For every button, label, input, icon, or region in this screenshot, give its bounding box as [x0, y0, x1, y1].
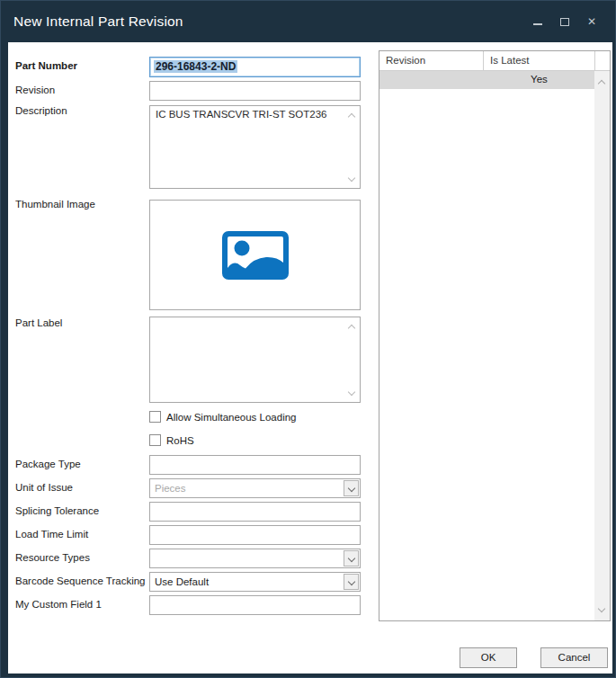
- dropdown-button[interactable]: [344, 550, 359, 566]
- load-time-limit-input[interactable]: [149, 525, 361, 545]
- splicing-tolerance-label: Splicing Tolerance: [15, 505, 99, 516]
- unit-of-issue-label: Unit of Issue: [15, 482, 73, 493]
- cell-revision: [379, 71, 484, 89]
- scroll-down-icon[interactable]: [348, 389, 355, 397]
- dropdown-button[interactable]: [344, 574, 359, 590]
- minimize-icon: [533, 23, 542, 25]
- scroll-up-icon[interactable]: [598, 78, 605, 85]
- dropdown-button[interactable]: [344, 480, 359, 496]
- scroll-down-icon[interactable]: [348, 175, 355, 183]
- resource-types-label: Resource Types: [15, 552, 90, 563]
- chevron-down-icon: [348, 579, 354, 585]
- revision-input[interactable]: [149, 81, 361, 101]
- dialog-content: Part Number 296-16843-2-ND Revision Desc…: [8, 42, 612, 674]
- table-scrollbar[interactable]: [594, 71, 610, 620]
- part-label-label: Part Label: [15, 317, 62, 328]
- ok-button[interactable]: OK: [460, 647, 517, 668]
- column-header-is-latest[interactable]: Is Latest: [484, 51, 595, 71]
- image-placeholder-icon: [221, 230, 290, 281]
- description-label: Description: [15, 105, 67, 116]
- rohs-checkbox[interactable]: [149, 434, 161, 446]
- allow-simultaneous-loading-row: Allow Simultaneous Loading: [149, 411, 296, 423]
- close-button[interactable]: ✕: [585, 14, 599, 29]
- my-custom-field-1-input[interactable]: [149, 595, 361, 615]
- my-custom-field-1-label: My Custom Field 1: [15, 599, 102, 610]
- allow-simultaneous-loading-label: Allow Simultaneous Loading: [166, 412, 296, 423]
- dialog-window: New Internal Part Revision ✕ Part Number…: [0, 0, 616, 678]
- rohs-label: RoHS: [166, 435, 194, 446]
- maximize-button[interactable]: [558, 14, 572, 29]
- table-row[interactable]: Yes: [379, 71, 594, 89]
- column-header-revision[interactable]: Revision: [379, 51, 484, 71]
- resource-types-combobox[interactable]: [149, 549, 361, 568]
- description-value: IC BUS TRANSCVR TRI-ST SOT236: [156, 109, 326, 120]
- splicing-tolerance-input[interactable]: [149, 502, 361, 522]
- minimize-button[interactable]: [531, 14, 545, 29]
- revisions-table[interactable]: Revision Is Latest Yes: [379, 50, 611, 621]
- part-label-textarea[interactable]: [149, 317, 361, 403]
- revision-label: Revision: [15, 85, 55, 95]
- scroll-up-icon[interactable]: [348, 112, 355, 119]
- part-number-label: Part Number: [15, 60, 77, 71]
- thumbnail-image-label: Thumbnail Image: [15, 199, 95, 210]
- unit-of-issue-value: Pieces: [155, 483, 186, 494]
- package-type-input[interactable]: [149, 455, 361, 475]
- allow-simultaneous-loading-checkbox[interactable]: [149, 411, 161, 423]
- part-number-input[interactable]: 296-16843-2-ND: [149, 57, 361, 77]
- barcode-sequence-tracking-combobox[interactable]: Use Default: [149, 572, 361, 592]
- scroll-up-icon[interactable]: [348, 323, 355, 330]
- title-bar[interactable]: New Internal Part Revision ✕: [1, 1, 615, 42]
- load-time-limit-label: Load Time Limit: [15, 529, 88, 540]
- cancel-button[interactable]: Cancel: [540, 647, 608, 668]
- thumbnail-image-box[interactable]: [149, 200, 361, 310]
- column-header-filler: [595, 51, 610, 71]
- unit-of-issue-combobox[interactable]: Pieces: [149, 478, 361, 498]
- part-number-value: 296-16843-2-ND: [154, 60, 237, 73]
- cell-is-latest: Yes: [484, 71, 594, 89]
- rohs-row: RoHS: [149, 434, 194, 446]
- chevron-down-icon: [348, 486, 354, 492]
- description-textarea[interactable]: IC BUS TRANSCVR TRI-ST SOT236: [149, 105, 361, 189]
- barcode-sequence-tracking-label: Barcode Sequence Tracking: [15, 575, 145, 586]
- chevron-down-icon: [348, 556, 354, 562]
- scroll-down-icon[interactable]: [598, 606, 605, 613]
- barcode-sequence-tracking-value: Use Default: [155, 576, 209, 587]
- dialog-title: New Internal Part Revision: [13, 1, 183, 42]
- package-type-label: Package Type: [15, 459, 81, 469]
- revisions-table-header: Revision Is Latest: [379, 51, 610, 71]
- maximize-icon: [560, 18, 569, 26]
